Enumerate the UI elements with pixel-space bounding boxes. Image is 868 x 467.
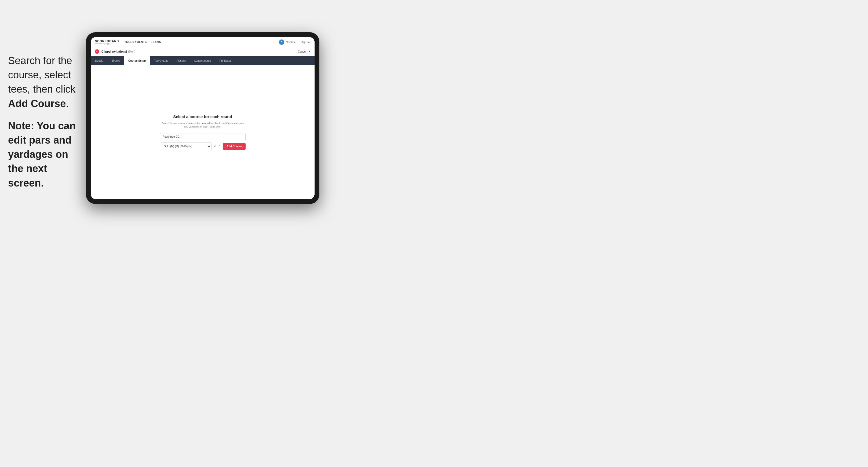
tab-teams[interactable]: Teams [107, 56, 124, 65]
instruction-period: . [66, 98, 69, 109]
section-title: Select a course for each round [160, 114, 246, 119]
tee-select-row: Gold (M) (M) (7010 yds) ✕ ⌃ Add Course [160, 143, 246, 150]
tee-select-dropdown[interactable]: Gold (M) (M) (7010 yds) [160, 143, 212, 150]
nav-teams[interactable]: TEAMS [151, 40, 161, 43]
add-course-button[interactable]: Add Course [223, 143, 246, 150]
tablet-screen: SCOREBOARD Powered by clippd TOURNAMENTS… [91, 37, 315, 199]
course-search-input[interactable] [160, 133, 246, 141]
tournament-name: Clippd Invitational [101, 50, 127, 53]
instruction-text-line1: Search for the course, select tees, then… [8, 55, 75, 95]
user-name: Test User [286, 41, 297, 43]
navbar: SCOREBOARD Powered by clippd TOURNAMENTS… [91, 37, 315, 47]
tab-results[interactable]: Results [173, 56, 190, 65]
pipe-separator: | [299, 41, 299, 43]
nav-user: R Test User | Sign out [279, 39, 310, 45]
tournament-icon: C [95, 50, 99, 54]
tab-tee-groups[interactable]: Tee Groups [150, 56, 173, 65]
tab-navigation: Details Teams Course Setup Tee Groups Re… [91, 56, 315, 65]
tab-printables[interactable]: Printables [215, 56, 236, 65]
tablet-device: SCOREBOARD Powered by clippd TOURNAMENTS… [86, 32, 319, 204]
instruction-note: Note: You can edit pars and yardages on … [8, 120, 76, 189]
sign-out-link[interactable]: Sign out [302, 41, 310, 43]
tee-clear-icon[interactable]: ✕ [214, 145, 216, 148]
cancel-button[interactable]: Cancel ✕ [298, 50, 310, 53]
course-select-section: Select a course for each round Search fo… [160, 114, 246, 150]
tee-expand-icon[interactable]: ⌃ [218, 145, 221, 148]
logo-scoreboard: SCOREBOARD [95, 39, 119, 43]
tab-leaderboards[interactable]: Leaderboards [190, 56, 215, 65]
logo-area: SCOREBOARD Powered by clippd [95, 39, 119, 44]
tab-details[interactable]: Details [91, 56, 107, 65]
instruction-bold: Add Course [8, 98, 66, 109]
instructions-panel: Search for the course, select tees, then… [8, 54, 83, 198]
logo-sub: Powered by clippd [95, 43, 119, 44]
nav-links: TOURNAMENTS TEAMS [124, 40, 279, 43]
main-content: Select a course for each round Search fo… [91, 65, 315, 199]
nav-tournaments[interactable]: TOURNAMENTS [124, 40, 147, 43]
tournament-format: (Men) [128, 50, 135, 53]
section-description: Search for a course and select a tee. Yo… [160, 122, 246, 129]
cancel-x-icon: ✕ [308, 50, 310, 53]
tab-course-setup[interactable]: Course Setup [124, 56, 150, 65]
user-avatar: R [279, 39, 284, 45]
tournament-header: C Clippd Invitational (Men) Cancel ✕ [91, 47, 315, 56]
